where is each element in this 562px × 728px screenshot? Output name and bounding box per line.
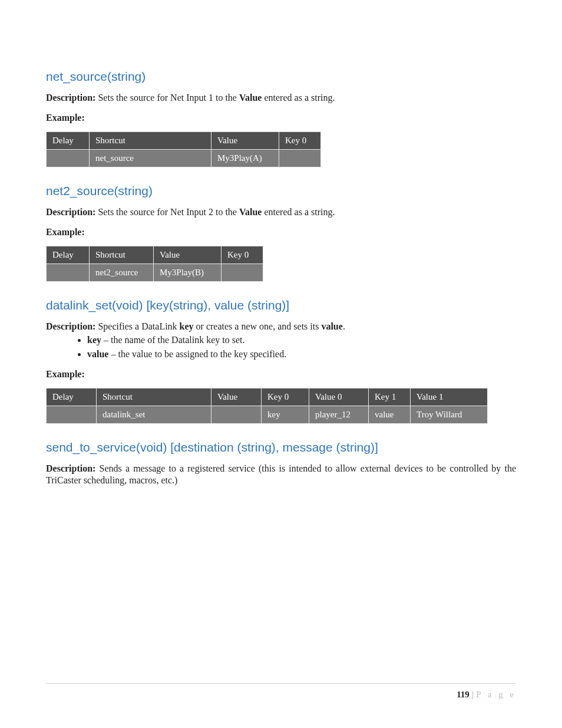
- table-header-cell: Value: [154, 246, 222, 263]
- table-cell: [222, 263, 263, 281]
- table-cell: [211, 406, 262, 423]
- table-cell: My3Play(B): [154, 263, 222, 281]
- page-container: net_source(string) Description: Sets the…: [0, 0, 562, 728]
- section-heading: send_to_service(void) [destination (stri…: [46, 440, 516, 454]
- table-header-row: Delay Shortcut Value Key 0: [47, 246, 263, 263]
- table-header-cell: Key 1: [369, 388, 411, 406]
- table-cell: [47, 149, 90, 167]
- description-text: Sends a message to a registered service …: [46, 463, 516, 486]
- description-bold: Value: [239, 207, 262, 217]
- table-header-cell: Shortcut: [97, 388, 211, 406]
- table-header-cell: Delay: [47, 246, 90, 263]
- table-header-cell: Value: [211, 388, 262, 406]
- list-item: value – the value to be assigned to the …: [87, 348, 516, 361]
- description-text: Sets the source for Net Input 1 to the: [95, 93, 239, 103]
- table-header-cell: Key 0: [279, 131, 321, 149]
- section-heading: net_source(string): [46, 70, 516, 84]
- bullet-term: value: [87, 349, 108, 359]
- description-paragraph: Description: Specifies a DataLink key or…: [46, 321, 516, 333]
- table-cell: player_12: [309, 406, 369, 423]
- example-label: Example:: [46, 227, 516, 238]
- bullet-term: key: [87, 335, 101, 345]
- example-label: Example:: [46, 369, 516, 380]
- footer-page-word: P a g e: [476, 690, 516, 699]
- section-heading: datalink_set(void) [key(string), value (…: [46, 298, 516, 312]
- table-cell: net2_source: [90, 263, 154, 281]
- section-heading: net2_source(string): [46, 184, 516, 198]
- description-label: Description:: [46, 321, 95, 331]
- description-paragraph: Description: Sends a message to a regist…: [46, 463, 516, 487]
- description-text: Sets the source for Net Input 2 to the: [95, 207, 239, 217]
- description-paragraph: Description: Sets the source for Net Inp…: [46, 206, 516, 219]
- table-cell: key: [262, 406, 309, 423]
- table-header-cell: Value 0: [309, 388, 369, 406]
- description-text: entered as a string.: [262, 93, 335, 103]
- bullet-text: – the value to be assigned to the key sp…: [108, 349, 286, 359]
- page-number: 119: [457, 690, 470, 699]
- list-item: key – the name of the Datalink key to se…: [87, 334, 516, 347]
- table-cell: [47, 263, 90, 281]
- example-table: Delay Shortcut Value Key 0 net2_source M…: [46, 246, 263, 282]
- table-cell: value: [369, 406, 411, 423]
- description-text: or creates a new one, and sets its: [194, 321, 322, 331]
- table-header-cell: Delay: [47, 131, 90, 149]
- bullet-text: – the name of the Datalink key to set.: [101, 335, 244, 345]
- table-cell: net_source: [90, 149, 211, 167]
- bullet-list: key – the name of the Datalink key to se…: [46, 334, 516, 360]
- table-cell: My3Play(A): [211, 149, 279, 167]
- table-header-cell: Delay: [47, 388, 97, 406]
- description-text: entered as a string.: [262, 207, 335, 217]
- table-row: datalink_set key player_12 value Troy Wi…: [47, 406, 488, 423]
- table-header-row: Delay Shortcut Value Key 0 Value 0 Key 1…: [47, 388, 488, 406]
- footer-separator: |: [470, 690, 476, 699]
- description-paragraph: Description: Sets the source for Net Inp…: [46, 92, 516, 104]
- table-header-cell: Key 0: [222, 246, 263, 263]
- description-label: Description:: [46, 463, 95, 473]
- example-label: Example:: [46, 113, 516, 123]
- table-cell: [279, 149, 321, 167]
- example-table: Delay Shortcut Value Key 0 Value 0 Key 1…: [46, 388, 488, 424]
- table-header-cell: Shortcut: [90, 131, 211, 149]
- example-table: Delay Shortcut Value Key 0 net_source My…: [46, 131, 321, 167]
- description-bold: key: [180, 321, 194, 331]
- table-header-cell: Value 1: [411, 388, 488, 406]
- description-bold: Value: [239, 93, 262, 103]
- description-bold: value: [321, 321, 342, 331]
- table-header-cell: Key 0: [262, 388, 309, 406]
- table-cell: [47, 406, 97, 423]
- table-header-cell: Value: [211, 131, 279, 149]
- table-header-row: Delay Shortcut Value Key 0: [47, 131, 321, 149]
- description-text: .: [343, 321, 345, 331]
- description-text: Specifies a DataLink: [95, 321, 179, 331]
- page-footer: 119|P a g e: [46, 683, 516, 700]
- table-cell: Troy Willard: [411, 406, 488, 423]
- table-row: net_source My3Play(A): [47, 149, 321, 167]
- table-header-cell: Shortcut: [90, 246, 154, 263]
- table-row: net2_source My3Play(B): [47, 263, 263, 281]
- description-label: Description:: [46, 93, 95, 103]
- description-label: Description:: [46, 207, 95, 217]
- table-cell: datalink_set: [97, 406, 211, 423]
